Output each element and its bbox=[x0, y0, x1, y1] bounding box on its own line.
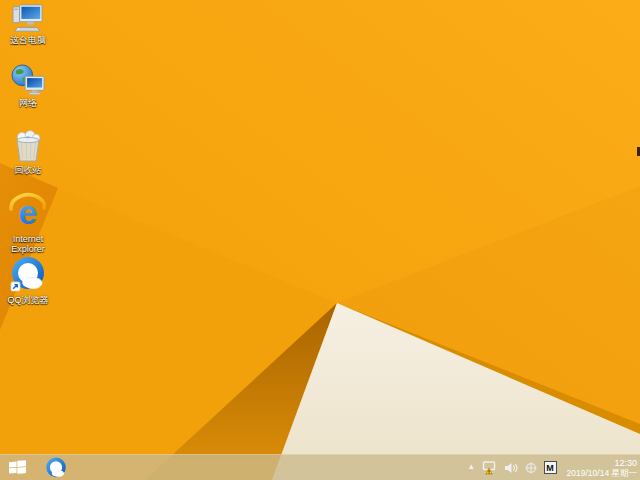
taskbar-item-qq-browser[interactable] bbox=[40, 455, 72, 480]
taskbar-clock[interactable]: 12:30 2019/10/14 星期一 bbox=[567, 458, 637, 478]
network-icon bbox=[11, 64, 45, 96]
svg-text:e: e bbox=[19, 193, 38, 231]
volume-icon[interactable] bbox=[504, 462, 518, 474]
input-method-indicator[interactable]: M bbox=[544, 461, 557, 474]
network-status-icon[interactable] bbox=[481, 461, 497, 475]
desktop-icon-label: 回收站 bbox=[15, 165, 42, 175]
recycle-bin-icon bbox=[13, 129, 43, 163]
desktop-icon-recycle-bin[interactable]: 回收站 bbox=[0, 129, 56, 175]
show-hidden-icons-button[interactable]: ▴ bbox=[469, 462, 474, 473]
start-button[interactable] bbox=[0, 455, 34, 480]
desktop-icon-internet-explorer[interactable]: e Internet Explorer bbox=[0, 192, 56, 254]
desktop-icon-label: 这台电脑 bbox=[10, 35, 46, 45]
tray-globe-icon[interactable] bbox=[525, 462, 537, 474]
desktop: 这台电脑 网络 bbox=[0, 0, 640, 480]
taskbar: ▴ M 12:30 2019/10/14 星期一 bbox=[0, 454, 640, 480]
system-tray: ▴ M 12:30 2019/10/14 星期一 bbox=[469, 455, 637, 480]
desktop-icon-label: QQ浏览器 bbox=[7, 295, 48, 305]
clock-time: 12:30 bbox=[567, 458, 637, 468]
desktop-icon-network[interactable]: 网络 bbox=[0, 64, 56, 108]
windows-logo-icon bbox=[9, 460, 26, 475]
qq-browser-icon bbox=[10, 257, 46, 293]
desktop-icon-label: Internet Explorer bbox=[0, 234, 56, 254]
internet-explorer-icon: e bbox=[8, 192, 48, 232]
desktop-icon-label: 网络 bbox=[19, 98, 37, 108]
desktop-icon-qq-browser[interactable]: QQ浏览器 bbox=[0, 257, 56, 305]
clock-date: 2019/10/14 星期一 bbox=[567, 468, 637, 478]
wallpaper-image bbox=[0, 0, 640, 480]
qq-browser-taskbar-icon bbox=[45, 457, 67, 479]
desktop-icon-this-pc[interactable]: 这台电脑 bbox=[0, 3, 56, 45]
this-pc-icon bbox=[11, 3, 45, 33]
